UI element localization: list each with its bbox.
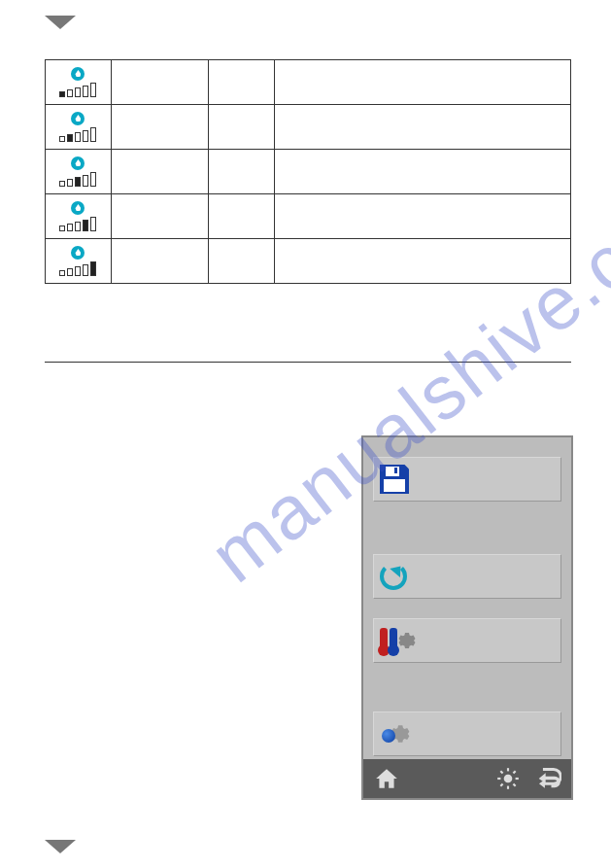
power-level-icon	[46, 198, 111, 234]
signal-bars-icon	[59, 127, 96, 142]
signal-bars-icon	[59, 172, 96, 187]
signal-bars-icon	[59, 261, 96, 276]
power-level-icon	[46, 154, 111, 190]
power-level-icon	[46, 64, 111, 100]
section-divider	[45, 362, 571, 363]
svg-line-7	[500, 783, 502, 785]
flame-icon	[71, 112, 85, 125]
thermometer-settings-icon	[380, 625, 415, 656]
power-level-table	[45, 59, 571, 284]
table-row	[46, 239, 571, 284]
navigation-bar	[363, 759, 571, 798]
flame-icon	[71, 156, 85, 170]
temperature-settings-button[interactable]	[373, 618, 561, 663]
table-row	[46, 60, 571, 105]
settings-panel	[361, 435, 573, 800]
general-settings-button[interactable]	[373, 712, 561, 756]
svg-line-8	[513, 771, 515, 773]
svg-line-6	[513, 783, 515, 785]
power-level-icon	[46, 243, 111, 279]
back-icon[interactable]	[534, 765, 561, 792]
table-row	[46, 105, 571, 150]
brightness-icon[interactable]	[495, 766, 521, 791]
flame-icon	[71, 246, 85, 260]
chevron-down-icon	[45, 16, 76, 29]
signal-bars-icon	[59, 217, 96, 231]
table-row	[46, 150, 571, 194]
chevron-down-icon	[45, 840, 76, 853]
flame-icon	[71, 201, 85, 215]
home-icon[interactable]	[373, 766, 400, 791]
floppy-save-icon	[380, 465, 409, 494]
power-level-icon	[46, 109, 111, 145]
svg-point-0	[504, 775, 513, 783]
svg-line-5	[500, 771, 502, 773]
table-row	[46, 194, 571, 239]
gear-dot-icon	[380, 719, 409, 748]
refresh-power-icon	[380, 563, 407, 590]
restart-button[interactable]	[373, 554, 561, 599]
flame-icon	[71, 67, 85, 81]
signal-bars-icon	[59, 83, 96, 97]
save-button[interactable]	[373, 457, 561, 502]
